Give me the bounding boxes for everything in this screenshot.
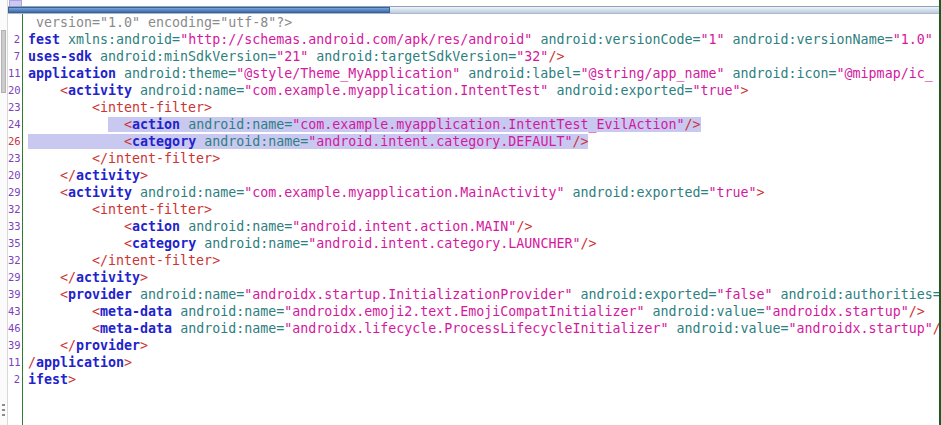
code-line[interactable]: 24 <action android:name="com.example.mya…	[8, 116, 941, 133]
code-line[interactable]: 29 </activity>	[8, 269, 941, 286]
line-number: 33	[8, 218, 20, 235]
line-number: 32	[8, 252, 20, 269]
code-text: /application>	[28, 354, 132, 371]
code-line[interactable]: 2ifest>	[8, 371, 941, 388]
code-line[interactable]: version="1.0" encoding="utf-8"?>	[8, 14, 941, 31]
code-line[interactable]: 23 <intent-filter>	[8, 99, 941, 116]
code-text: <provider android:name="androidx.startup…	[28, 286, 941, 303]
code-text: <activity android:name="com.example.myap…	[28, 82, 749, 99]
text-area[interactable]: version="1.0" encoding="utf-8"?>2fest xm…	[8, 14, 941, 425]
code-line[interactable]: 26 <category android:name="android.inten…	[8, 133, 941, 150]
line-number	[8, 14, 20, 31]
code-line[interactable]: 11/application>	[8, 354, 941, 371]
line-number: 7	[8, 48, 20, 65]
line-number: 23	[8, 150, 20, 167]
code-text: application android:theme="@style/Theme_…	[28, 65, 933, 82]
line-number: 32	[8, 201, 20, 218]
line-number: 39	[8, 286, 20, 303]
line-number: 29	[8, 184, 20, 201]
code-text: </activity>	[28, 269, 148, 286]
line-number: 11	[8, 354, 20, 371]
xml-editor-window: version="1.0" encoding="utf-8"?>2fest xm…	[0, 0, 941, 425]
code-line[interactable]: 43 <meta-data android:name="androidx.emo…	[8, 303, 941, 320]
code-text: <activity android:name="com.example.myap…	[28, 184, 765, 201]
code-line[interactable]: 11application android:theme="@style/Them…	[8, 65, 941, 82]
code-text: <action android:name="android.intent.act…	[28, 218, 532, 235]
code-line[interactable]: 20 </activity>	[8, 167, 941, 184]
code-text: </activity>	[28, 167, 148, 184]
line-number: 11	[8, 65, 20, 82]
gutter-border-line	[22, 14, 23, 425]
line-number: 20	[8, 167, 20, 184]
code-line[interactable]: 32 </intent-filter>	[8, 252, 941, 269]
code-text: <action android:name="com.example.myappl…	[28, 116, 701, 133]
line-number: 2	[8, 371, 20, 388]
code-text: <category android:name="android.intent.c…	[28, 133, 588, 150]
code-text: </intent-filter>	[28, 252, 220, 269]
code-line[interactable]: 32 <intent-filter>	[8, 201, 941, 218]
line-number: 39	[8, 337, 20, 354]
horizontal-scrollbar[interactable]	[8, 6, 941, 14]
code-line[interactable]: 20 <activity android:name="com.example.m…	[8, 82, 941, 99]
code-text: </intent-filter>	[28, 150, 220, 167]
code-text: </provider>	[28, 337, 148, 354]
left-splitter-bar[interactable]	[0, 0, 8, 425]
line-number: 26	[8, 133, 20, 150]
code-text: fest xmlns:android="http://schemas.andro…	[28, 31, 933, 48]
code-text: uses-sdk android:minSdkVersion="21" andr…	[28, 48, 564, 65]
code-line[interactable]: 35 <category android:name="android.inten…	[8, 235, 941, 252]
selection-highlight: <category android:name="android.intent.c…	[28, 134, 588, 149]
splitter-grip-dot[interactable]	[2, 409, 5, 411]
horizontal-scrollbar-thumb[interactable]	[8, 7, 390, 13]
code-text: version="1.0" encoding="utf-8"?>	[28, 14, 292, 31]
code-text: <meta-data android:name="androidx.lifecy…	[28, 320, 941, 337]
code-text: <intent-filter>	[28, 201, 212, 218]
code-line[interactable]: 39 </provider>	[8, 337, 941, 354]
line-number: 46	[8, 320, 20, 337]
splitter-grip-dot[interactable]	[2, 404, 5, 406]
line-number: 43	[8, 303, 20, 320]
splitter-grip-dot[interactable]	[2, 414, 5, 416]
code-line[interactable]: 2fest xmlns:android="http://schemas.andr…	[8, 31, 941, 48]
code-line[interactable]: 33 <action android:name="android.intent.…	[8, 218, 941, 235]
line-number: 24	[8, 116, 20, 133]
code-line[interactable]: 7uses-sdk android:minSdkVersion="21" and…	[8, 48, 941, 65]
line-number: 20	[8, 82, 20, 99]
code-lines: version="1.0" encoding="utf-8"?>2fest xm…	[8, 14, 941, 388]
code-text: <category android:name="android.intent.c…	[28, 235, 596, 252]
code-line[interactable]: 46 <meta-data android:name="androidx.lif…	[8, 320, 941, 337]
selection-highlight: <action android:name="com.example.myappl…	[108, 117, 700, 132]
code-line[interactable]: 23 </intent-filter>	[8, 150, 941, 167]
line-number: 35	[8, 235, 20, 252]
code-line[interactable]: 39 <provider android:name="androidx.star…	[8, 286, 941, 303]
code-text: <meta-data android:name="androidx.emoji2…	[28, 303, 925, 320]
line-number: 2	[8, 31, 20, 48]
code-text: <intent-filter>	[28, 99, 212, 116]
line-number: 23	[8, 99, 20, 116]
code-text: ifest>	[28, 371, 76, 388]
code-line[interactable]: 29 <activity android:name="com.example.m…	[8, 184, 941, 201]
left-scrollbar-thumb[interactable]	[1, 30, 6, 93]
line-number: 29	[8, 269, 20, 286]
